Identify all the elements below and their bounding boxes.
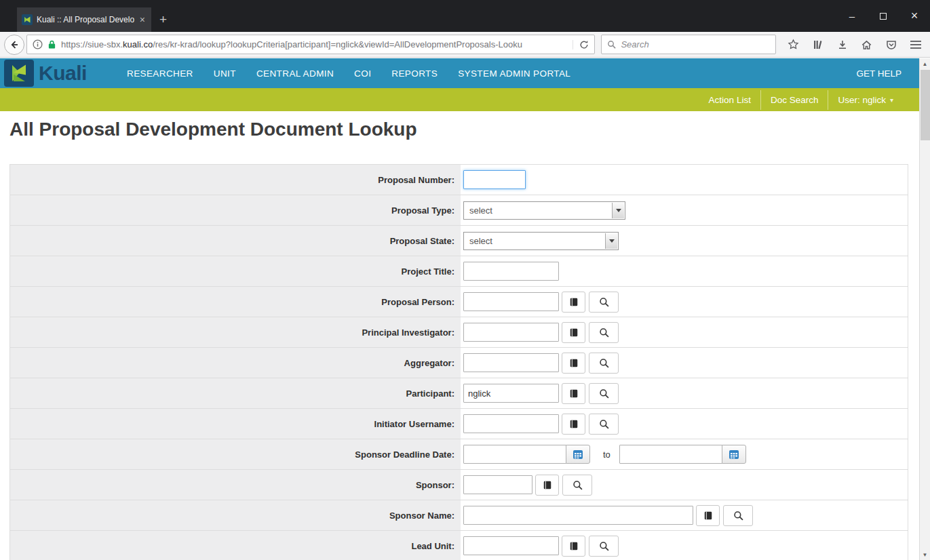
participant-lookup-button[interactable] <box>589 383 619 404</box>
principal-investigator-input[interactable] <box>463 323 559 342</box>
home-button[interactable] <box>856 35 877 55</box>
menu-button[interactable] <box>905 35 926 55</box>
nav-unit[interactable]: UNIT <box>204 68 246 79</box>
participant-inquiry-button[interactable] <box>562 383 585 404</box>
book-icon <box>569 327 579 338</box>
action-list-link[interactable]: Action List <box>699 90 760 110</box>
browser-search-input[interactable] <box>621 39 770 49</box>
participant-label: Participant: <box>406 388 454 399</box>
sponsor-deadline-from-calendar-button[interactable] <box>566 445 590 464</box>
browser-search[interactable] <box>601 35 776 54</box>
close-button[interactable]: × <box>899 0 930 32</box>
user-menu[interactable]: User: nglick ▾ <box>828 90 903 110</box>
initiator-username-lookup-button[interactable] <box>589 414 619 435</box>
proposal-number-input[interactable] <box>463 170 526 189</box>
select-value: select <box>469 236 492 246</box>
sponsor-lookup-button[interactable] <box>562 475 592 496</box>
nav-reports[interactable]: REPORTS <box>381 68 448 79</box>
pocket-icon <box>886 39 897 50</box>
initiator-username-inquiry-button[interactable] <box>562 414 585 435</box>
lock-icon[interactable] <box>47 39 56 49</box>
nav-system-admin-portal[interactable]: SYSTEM ADMIN PORTAL <box>448 68 581 79</box>
reload-icon <box>579 40 589 49</box>
library-button[interactable] <box>807 35 828 55</box>
participant-input[interactable] <box>463 384 559 403</box>
library-icon <box>813 39 824 50</box>
principal-investigator-inquiry-button[interactable] <box>562 322 585 343</box>
lead-unit-input[interactable] <box>463 536 559 555</box>
doc-search-link[interactable]: Doc Search <box>760 90 828 110</box>
kuali-logo-mark-icon <box>4 60 34 87</box>
initiator-username-label: Initiator Username: <box>374 419 454 429</box>
new-tab-button[interactable]: + <box>151 7 175 32</box>
lead-unit-label: Lead Unit: <box>411 541 454 551</box>
sponsor-name-lookup-button[interactable] <box>723 505 753 526</box>
sponsor-inquiry-button[interactable] <box>535 475 559 496</box>
home-icon <box>861 39 872 50</box>
star-icon <box>788 39 799 50</box>
sponsor-name-label: Sponsor Name: <box>389 511 454 521</box>
form-row-project-title: Project Title: <box>10 256 908 287</box>
search-icon <box>607 40 616 49</box>
utility-bar: Action List Doc Search User: nglick ▾ <box>0 88 919 111</box>
vertical-scrollbar[interactable]: ▲ ▼ <box>919 58 930 560</box>
scroll-down-icon[interactable]: ▼ <box>920 549 930 560</box>
scroll-up-icon[interactable]: ▲ <box>920 58 930 69</box>
form-row-proposal-number: Proposal Number: <box>10 165 908 195</box>
proposal-person-inquiry-button[interactable] <box>562 292 585 313</box>
sponsor-input[interactable] <box>463 475 532 494</box>
scrollbar-thumb[interactable] <box>921 70 930 140</box>
aggregator-inquiry-button[interactable] <box>562 353 585 374</box>
proposal-type-select[interactable]: select <box>463 201 625 220</box>
proposal-person-lookup-button[interactable] <box>589 292 619 313</box>
nav-researcher[interactable]: RESEARCHER <box>117 68 204 79</box>
aggregator-lookup-button[interactable] <box>589 353 619 374</box>
get-help-link[interactable]: GET HELP <box>856 68 919 79</box>
proposal-person-label: Proposal Person: <box>381 297 454 307</box>
reload-button[interactable] <box>573 40 589 49</box>
bookmark-star-button[interactable] <box>783 35 804 55</box>
proposal-state-select[interactable]: select <box>463 232 619 250</box>
book-icon <box>569 297 579 307</box>
principal-investigator-lookup-button[interactable] <box>589 322 619 343</box>
sponsor-deadline-to-calendar-button[interactable] <box>722 445 746 464</box>
project-title-input[interactable] <box>463 262 559 281</box>
aggregator-input[interactable] <box>463 353 559 372</box>
back-arrow-icon <box>9 39 20 50</box>
nav-central-admin[interactable]: CENTRAL ADMIN <box>246 68 344 79</box>
initiator-username-input[interactable] <box>463 414 559 433</box>
proposal-number-label: Proposal Number: <box>378 175 454 185</box>
pocket-button[interactable] <box>880 35 902 55</box>
window-controls: – × <box>836 0 930 32</box>
sponsor-deadline-to-input[interactable] <box>619 445 722 464</box>
sponsor-name-inquiry-button[interactable] <box>696 505 720 526</box>
select-value: select <box>469 205 492 216</box>
proposal-person-input[interactable] <box>463 292 559 311</box>
browser-tab[interactable]: Kuali :: All Proposal Develop × <box>17 7 151 32</box>
sponsor-name-input[interactable] <box>463 506 693 525</box>
kuali-app-header: Kuali RESEARCHER UNIT CENTRAL ADMIN COI … <box>0 58 919 88</box>
calendar-icon <box>573 449 583 460</box>
lead-unit-lookup-button[interactable] <box>589 536 619 557</box>
kuali-wordmark: Kuali <box>39 62 87 85</box>
form-row-initiator-username: Initiator Username: <box>10 409 908 439</box>
form-row-lead-unit: Lead Unit: <box>10 531 908 560</box>
sponsor-deadline-date-label: Sponsor Deadline Date: <box>355 449 454 460</box>
downloads-button[interactable] <box>832 35 853 55</box>
page-content: Kuali RESEARCHER UNIT CENTRAL ADMIN COI … <box>0 58 919 560</box>
page-title: All Proposal Development Document Lookup <box>9 119 919 140</box>
maximize-button[interactable] <box>868 0 899 32</box>
form-row-proposal-type: Proposal Type: select <box>10 195 908 226</box>
kuali-logo[interactable]: Kuali <box>0 60 117 87</box>
book-icon <box>703 511 713 521</box>
lead-unit-inquiry-button[interactable] <box>562 536 585 557</box>
sponsor-deadline-from-input[interactable] <box>463 445 566 464</box>
nav-coi[interactable]: COI <box>344 68 381 79</box>
tab-close-icon[interactable]: × <box>138 14 147 25</box>
url-bar[interactable]: https://siue-sbx.kuali.co/res/kr-krad/lo… <box>26 35 595 54</box>
back-button[interactable] <box>4 35 24 55</box>
book-icon <box>543 480 552 490</box>
minimize-button[interactable]: – <box>836 0 868 32</box>
info-icon[interactable] <box>33 39 43 49</box>
book-icon <box>569 541 579 551</box>
